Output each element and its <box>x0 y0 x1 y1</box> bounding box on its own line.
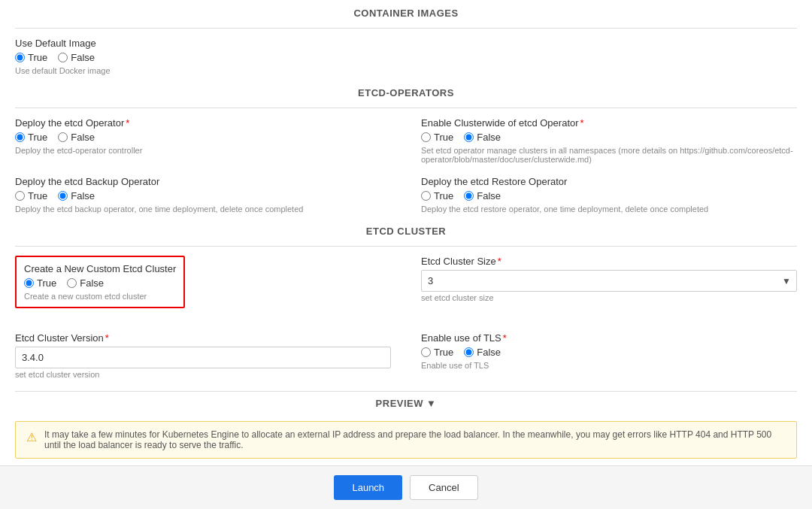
deploy-restore-label: Deploy the etcd Restore Operator <box>421 176 797 187</box>
preview-label: PREVIEW <box>376 398 423 409</box>
container-images-title: CONTAINER IMAGES <box>15 8 797 19</box>
etcd-operators-row1: Deploy the etcd Operator* True False Dep… <box>15 117 797 164</box>
warning-icon: ⚠ <box>26 430 37 444</box>
deploy-backup-label: Deploy the etcd Backup Operator <box>15 176 391 187</box>
deploy-backup-false[interactable]: False <box>58 190 95 201</box>
create-custom-cluster-highlighted: Create a New Custom Etcd Cluster True Fa… <box>15 256 185 308</box>
deploy-etcd-operator-section: Deploy the etcd Operator* True False Dep… <box>15 117 391 164</box>
etcd-cluster-row2: Etcd Cluster Version* set etcd cluster v… <box>15 332 797 379</box>
cluster-version-input[interactable] <box>15 347 391 368</box>
deploy-etcd-operator-label: Deploy the etcd Operator* <box>15 117 391 129</box>
use-default-image-false[interactable]: False <box>58 52 95 63</box>
cluster-version-section: Etcd Cluster Version* set etcd cluster v… <box>15 332 391 379</box>
deploy-restore-true[interactable]: True <box>421 190 453 201</box>
enable-tls-section: Enable use of TLS* True False Enable use… <box>421 332 797 379</box>
enable-clusterwide-label: Enable Clusterwide of etcd Operator* <box>421 117 797 129</box>
bottom-bar: Launch Cancel <box>0 465 812 509</box>
enable-tls-true[interactable]: True <box>421 347 453 358</box>
launch-button[interactable]: Launch <box>334 475 402 500</box>
deploy-etcd-operator-radio-group: True False <box>15 132 391 143</box>
preview-toggle[interactable]: PREVIEW ▼ <box>15 398 797 409</box>
preview-section: PREVIEW ▼ <box>15 391 797 415</box>
enable-clusterwide-false[interactable]: False <box>464 132 501 143</box>
cluster-size-select-wrapper: 1 2 3 4 5 ▼ <box>421 270 797 292</box>
deploy-backup-true[interactable]: True <box>15 190 47 201</box>
enable-tls-false[interactable]: False <box>464 347 501 358</box>
divider-etcd-cluster <box>15 246 797 247</box>
etcd-operators-title: ETCD-OPERATORS <box>15 87 797 98</box>
preview-chevron-icon: ▼ <box>426 398 436 409</box>
enable-clusterwide-true[interactable]: True <box>421 132 453 143</box>
create-custom-cluster-label: Create a New Custom Etcd Cluster <box>24 263 176 274</box>
use-default-image-label: Use Default Image <box>15 38 797 49</box>
deploy-backup-section: Deploy the etcd Backup Operator True Fal… <box>15 176 391 214</box>
deploy-etcd-operator-false[interactable]: False <box>58 132 95 143</box>
cluster-version-label: Etcd Cluster Version* <box>15 332 391 344</box>
cluster-size-section: Etcd Cluster Size* 1 2 3 4 5 ▼ set etcd … <box>421 256 797 320</box>
enable-clusterwide-section: Enable Clusterwide of etcd Operator* Tru… <box>421 117 797 164</box>
use-default-image-section: Use Default Image True False Use default… <box>15 38 797 75</box>
deploy-restore-desc: Deploy the etcd restore operator, one ti… <box>421 205 797 214</box>
create-custom-cluster-false[interactable]: False <box>67 277 104 289</box>
deploy-backup-radio-group: True False <box>15 190 391 201</box>
enable-tls-desc: Enable use of TLS <box>421 361 797 370</box>
deploy-backup-desc: Deploy the etcd backup operator, one tim… <box>15 205 391 214</box>
use-default-image-radio-group: True False <box>15 52 797 63</box>
divider-etcd-operators <box>15 108 797 108</box>
cluster-size-label: Etcd Cluster Size* <box>421 256 797 267</box>
cluster-size-desc: set etcd cluster size <box>421 293 797 302</box>
create-custom-cluster-desc: Create a new custom etcd cluster <box>24 292 176 301</box>
deploy-restore-false[interactable]: False <box>464 190 501 201</box>
cluster-version-desc: set etcd cluster version <box>15 370 391 379</box>
enable-tls-label: Enable use of TLS* <box>421 332 797 344</box>
cluster-size-select[interactable]: 1 2 3 4 5 <box>421 270 797 292</box>
cancel-button[interactable]: Cancel <box>410 475 477 500</box>
enable-tls-radio-group: True False <box>421 347 797 358</box>
warning-text: It may take a few minutes for Kubernetes… <box>44 429 786 450</box>
divider-container-images <box>15 28 797 29</box>
enable-clusterwide-radio-group: True False <box>421 132 797 143</box>
create-custom-cluster-section: Create a New Custom Etcd Cluster True Fa… <box>15 256 391 320</box>
deploy-restore-radio-group: True False <box>421 190 797 201</box>
warning-bar: ⚠ It may take a few minutes for Kubernet… <box>15 421 797 459</box>
deploy-etcd-operator-desc: Deploy the etcd-operator controller <box>15 146 391 155</box>
etcd-cluster-row1: Create a New Custom Etcd Cluster True Fa… <box>15 256 797 320</box>
use-default-image-true[interactable]: True <box>15 52 47 63</box>
etcd-cluster-title: ETCD CLUSTER <box>15 226 797 237</box>
use-default-image-desc: Use default Docker image <box>15 66 797 75</box>
create-custom-cluster-true[interactable]: True <box>24 277 56 289</box>
create-custom-cluster-radio-group: True False <box>24 277 176 289</box>
etcd-operators-row2: Deploy the etcd Backup Operator True Fal… <box>15 176 797 214</box>
deploy-etcd-operator-true[interactable]: True <box>15 132 47 143</box>
deploy-restore-section: Deploy the etcd Restore Operator True Fa… <box>421 176 797 214</box>
enable-clusterwide-desc: Set etcd operator manage clusters in all… <box>421 146 797 164</box>
